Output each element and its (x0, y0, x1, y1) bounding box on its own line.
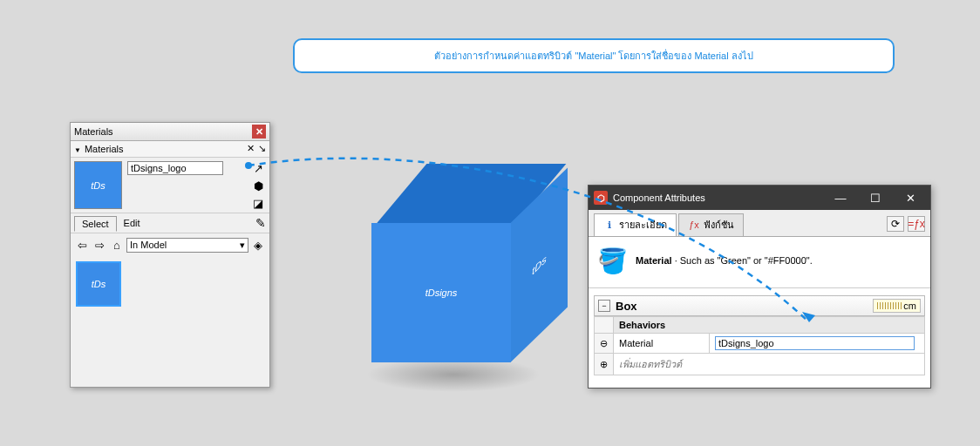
cube-front-face: tDsigns (371, 223, 511, 362)
materials-title: Materials (74, 126, 113, 137)
close-icon[interactable]: ✕ (252, 125, 266, 139)
section-behaviors: Behaviors (614, 317, 925, 334)
attribute-value-input[interactable] (715, 336, 915, 350)
hint-text: Material · Such as "Green" or "#FF0000". (636, 255, 813, 266)
section-close-icon[interactable]: ✕ (244, 143, 256, 155)
close-icon[interactable]: ✕ (895, 189, 925, 206)
component-name: Box (616, 300, 873, 313)
default-material-icon[interactable]: ◪ (250, 196, 266, 210)
component-tabs: ℹรายละเอียด ƒxฟังก์ชัน ⟳ =ƒx (589, 210, 930, 237)
library-dropdown[interactable]: In Model▾ (126, 238, 248, 253)
attributes-table: Behaviors ⊖ Material ⊕ เพิ่มแอตทริบิวต์ (594, 316, 925, 375)
home-icon[interactable]: ⌂ (109, 237, 125, 253)
ruler-icon (877, 302, 902, 309)
materials-section-label: Materials (85, 144, 124, 154)
sketchup-icon: ⬡ (594, 191, 608, 205)
toggle-formula-icon[interactable]: =ƒx (908, 216, 925, 232)
material-thumb[interactable]: tDs (76, 261, 121, 307)
paint-bucket-icon: 🪣 (597, 246, 627, 275)
back-icon[interactable]: ⇦ (74, 237, 90, 253)
arrow-create-icon[interactable]: ↗ (250, 161, 266, 175)
row-spacer (595, 317, 614, 334)
add-attribute-icon[interactable]: ⊕ (595, 354, 614, 375)
model-cube: tDs tDsigns (349, 157, 558, 383)
attribute-value-cell[interactable] (710, 334, 925, 354)
eyedropper-icon[interactable]: ✎ (255, 216, 266, 230)
tab-select[interactable]: Select (74, 216, 117, 232)
attribute-hint: 🪣 Material · Such as "Green" or "#FF0000… (589, 237, 930, 288)
component-header: − Box cm (594, 295, 925, 316)
fx-icon: ƒx (688, 219, 700, 231)
forward-icon[interactable]: ⇨ (92, 237, 107, 253)
info-icon: ℹ (603, 219, 616, 231)
attribute-name[interactable]: Material (614, 334, 710, 354)
details-menu-icon[interactable]: ◈ (250, 237, 266, 253)
minimize-icon[interactable]: — (826, 189, 855, 206)
collapse-icon[interactable] (74, 144, 81, 154)
materials-titlebar[interactable]: Materials ✕ (71, 123, 269, 141)
component-title: Component Attributes (613, 193, 820, 203)
add-material-icon[interactable]: ⬢ (250, 179, 266, 193)
add-attribute-label[interactable]: เพิ่มแอตทริบิวต์ (614, 354, 925, 375)
remove-attribute-icon[interactable]: ⊖ (595, 334, 614, 354)
attribute-row: ⊖ Material (595, 334, 925, 354)
materials-panel: Materials ✕ Materials ✕ ↘ tDs ↗ ⬢ ◪ Sele… (70, 122, 270, 388)
tab-functions[interactable]: ƒxฟังก์ชัน (678, 213, 744, 236)
add-attribute-row[interactable]: ⊕ เพิ่มแอตทริบิวต์ (595, 354, 925, 375)
material-name-input[interactable] (127, 161, 223, 175)
current-material-swatch[interactable]: tDs (74, 161, 122, 209)
annotation-callout: ตัวอย่างการกำหนดค่าแอตทริบิวต์ "Material… (293, 38, 895, 73)
component-attributes-panel: ⬡ Component Attributes — ☐ ✕ ℹรายละเอียด… (588, 185, 931, 389)
materials-subheader: Materials ✕ ↘ (71, 141, 269, 158)
annotation-text: ตัวอย่างการกำหนดค่าแอตทริบิวต์ "Material… (434, 48, 752, 64)
materials-tabs: Select Edit ✎ (71, 213, 269, 233)
tab-edit[interactable]: Edit (117, 216, 147, 230)
tab-details[interactable]: ℹรายละเอียด (594, 213, 677, 236)
maximize-icon[interactable]: ☐ (861, 189, 890, 206)
unit-selector[interactable]: cm (873, 299, 921, 313)
pin-icon[interactable]: ↘ (258, 143, 266, 155)
materials-grid: tDs (71, 256, 269, 387)
cube-shadow (366, 357, 541, 392)
library-dropdown-value: In Model (130, 240, 167, 251)
chevron-down-icon: ▾ (240, 240, 245, 251)
component-titlebar[interactable]: ⬡ Component Attributes — ☐ ✕ (589, 186, 930, 210)
collapse-component-icon[interactable]: − (598, 300, 610, 312)
refresh-icon[interactable]: ⟳ (887, 216, 904, 232)
